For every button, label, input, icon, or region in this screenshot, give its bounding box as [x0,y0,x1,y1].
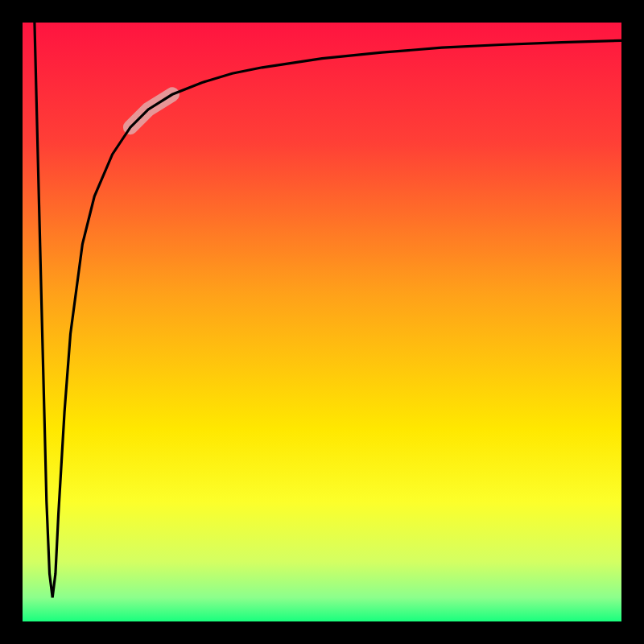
plot-background [23,23,621,621]
bottleneck-chart [0,0,644,644]
